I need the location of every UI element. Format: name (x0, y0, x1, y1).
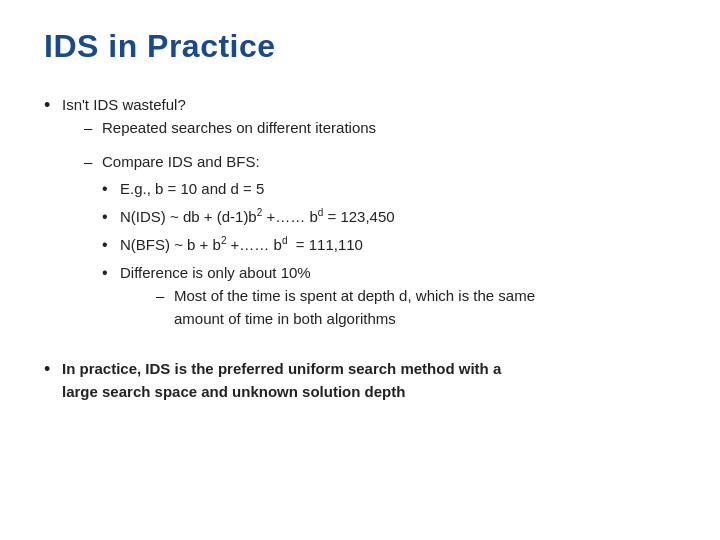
diff-dash-1-text: Most of the time is spent at depth d, wh… (174, 284, 676, 331)
bullet-2-dot: • (44, 357, 62, 382)
content-area: • Isn't IDS wasteful? – Repeated searche… (44, 93, 676, 403)
diff-text: Difference is only about 10% – Most of t… (120, 261, 676, 335)
nbfs-text: N(BFS) ~ b + b2 +…… bd = 111,110 (120, 233, 676, 256)
diff-bullet: • Difference is only about 10% – Most of… (102, 261, 676, 335)
eg-text: E.g., b = 10 and d = 5 (120, 177, 676, 200)
nbfs-dot: • (102, 233, 120, 257)
bullet-1: • Isn't IDS wasteful? – Repeated searche… (44, 93, 676, 343)
bullet-2-text: In practice, IDS is the preferred unifor… (62, 357, 676, 404)
nids-bullet: • N(IDS) ~ db + (d-1)b2 +…… bd = 123,450 (102, 205, 676, 229)
nbfs-bullet: • N(BFS) ~ b + b2 +…… bd = 111,110 (102, 233, 676, 257)
bullet-1-dot: • (44, 93, 62, 118)
bullet-2: • In practice, IDS is the preferred unif… (44, 357, 676, 404)
eg-dot: • (102, 177, 120, 201)
dash-item-1: – Repeated searches on different iterati… (84, 116, 676, 139)
dash-1: – (84, 116, 102, 139)
eg-bullet: • E.g., b = 10 and d = 5 (102, 177, 676, 201)
dash-item-2: – Compare IDS and BFS: • E.g., b = 10 an… (84, 150, 676, 339)
bullet-1-label: Isn't IDS wasteful? (62, 96, 186, 113)
diff-dot: • (102, 261, 120, 285)
diff-dash-1: – Most of the time is spent at depth d, … (156, 284, 676, 331)
diff-dash-symbol: – (156, 284, 174, 307)
bullet-1-text: Isn't IDS wasteful? – Repeated searches … (62, 93, 676, 343)
bullet-1-subs: – Repeated searches on different iterati… (84, 116, 676, 338)
slide: IDS in Practice • Isn't IDS wasteful? – … (0, 0, 720, 540)
nids-dot: • (102, 205, 120, 229)
dash-2-text: Compare IDS and BFS: • E.g., b = 10 and … (102, 150, 676, 339)
dash-2: – (84, 150, 102, 173)
dash-1-text: Repeated searches on different iteration… (102, 116, 676, 139)
page-title: IDS in Practice (44, 28, 676, 65)
diff-label: Difference is only about 10% (120, 264, 311, 281)
diff-subs: – Most of the time is spent at depth d, … (156, 284, 676, 331)
compare-label: Compare IDS and BFS: (102, 153, 260, 170)
nids-text: N(IDS) ~ db + (d-1)b2 +…… bd = 123,450 (120, 205, 676, 228)
